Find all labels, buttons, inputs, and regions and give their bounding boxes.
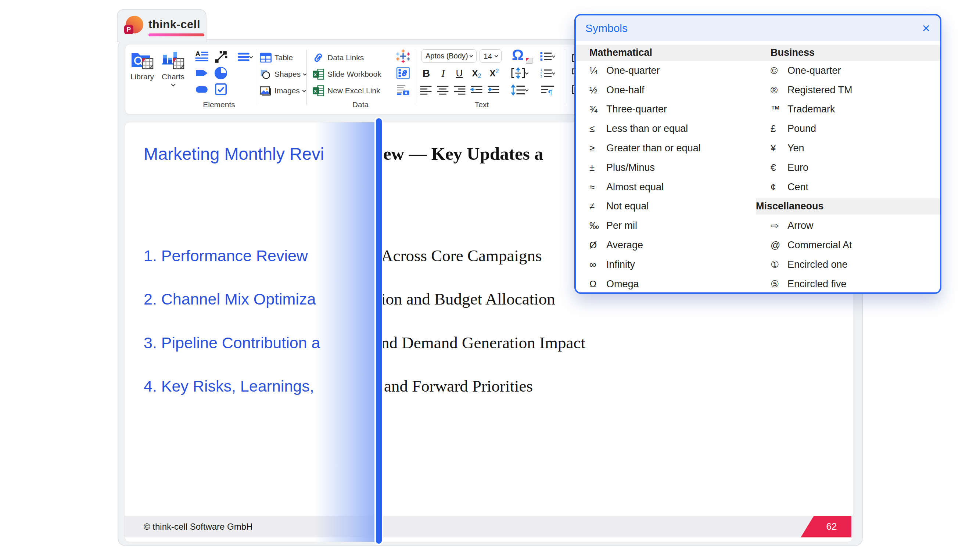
chevron-down-icon: [249, 55, 253, 59]
charts-button[interactable]: Charts: [159, 49, 187, 88]
business-header: Business: [770, 47, 815, 59]
align-right-button[interactable]: [452, 83, 467, 97]
thinkcell-tab[interactable]: P think-cell: [117, 9, 207, 42]
symbol-glyph: Ø: [589, 240, 606, 251]
group-separator: [415, 49, 415, 105]
superscript-digit: 2: [496, 68, 499, 75]
symbol-row-three-quarter[interactable]: ¾Three-quarter: [589, 100, 755, 119]
data-links-button[interactable]: Data Links: [312, 50, 364, 65]
link-list-button[interactable]: [396, 66, 410, 81]
column-headers-band: Mathematical Business: [576, 45, 940, 61]
symbols-dialog-header: Symbols ✕: [576, 16, 940, 41]
connector-button[interactable]: [213, 49, 228, 64]
symbol-label: Greater than or equal: [606, 143, 701, 154]
bold-button[interactable]: B: [419, 67, 433, 80]
symbol-row-commercial-at[interactable]: @Commercial At: [756, 235, 940, 255]
library-button[interactable]: Library: [128, 49, 156, 81]
symbol-row-one-quarter[interactable]: ¼One-quarter: [589, 61, 755, 81]
powerpoint-logo-icon: P: [126, 16, 143, 33]
symbol-glyph: ½: [589, 84, 606, 96]
symbol-glyph: ±: [589, 162, 606, 173]
symbol-row-encircled-one[interactable]: ①Encircled one: [756, 255, 940, 275]
shapes-button[interactable]: Shapes: [260, 67, 306, 81]
increase-indent-button[interactable]: [486, 83, 501, 97]
symbol-row-yen[interactable]: ¥Yen: [756, 138, 940, 158]
symbol-row-average[interactable]: ØAverage: [589, 235, 755, 255]
close-icon[interactable]: ✕: [922, 22, 931, 35]
symbol-label: Per mil: [606, 220, 637, 232]
agenda-item-2-left: 2. Channel Mix Optimiza: [135, 287, 379, 311]
agenda-item-1-left: 1. Performance Review: [135, 243, 379, 268]
superscript-base: X: [490, 68, 496, 79]
symbol-row-arrow[interactable]: ⇨Arrow: [756, 216, 940, 235]
superscript-button[interactable]: X2: [486, 67, 502, 80]
tableau-button[interactable]: [396, 49, 410, 64]
group-separator: [565, 49, 565, 105]
symbol-glyph: ‰: [589, 220, 606, 232]
agenda-item-3-right: nd Demand Generation Impact: [381, 330, 585, 355]
symbol-row-per-mil[interactable]: ‰Per mil: [589, 216, 755, 235]
symbols-button[interactable]: Ω: [512, 48, 532, 64]
symbol-label: Euro: [788, 162, 808, 173]
slide-title-right: ew — Key Updates a: [383, 138, 544, 169]
symbol-row-infinity[interactable]: ∞Infinity: [589, 255, 755, 275]
autofit-button[interactable]: [508, 66, 531, 81]
symbol-label: Arrow: [788, 220, 813, 232]
text-box-button[interactable]: A: [194, 49, 209, 64]
text-link-button[interactable]: A: [396, 83, 410, 97]
line-spacing-icon: [511, 84, 525, 95]
rounded-rect-icon: [195, 82, 209, 96]
symbol-row-almost-equal[interactable]: ≈Almost equal: [589, 178, 755, 197]
pie-chart-button[interactable]: [213, 66, 228, 81]
symbol-row-pound[interactable]: £Pound: [756, 119, 940, 138]
symbol-row-greater-equal[interactable]: ≥Greater than or equal: [589, 138, 755, 158]
more-elements-button[interactable]: [234, 49, 255, 64]
svg-text:¶: ¶: [548, 89, 552, 95]
symbol-glyph: ⇨: [770, 220, 788, 232]
symbol-row-plus-minus[interactable]: ±Plus/Minus: [589, 158, 755, 178]
symbol-row-not-equal[interactable]: ≠Not equal: [589, 197, 755, 216]
align-left-button[interactable]: [418, 83, 433, 97]
line-spacing-button[interactable]: [508, 83, 531, 97]
new-excel-link-button[interactable]: x New Excel Link: [312, 83, 380, 98]
subscript-base: X: [472, 68, 478, 79]
paragraph-marks-button[interactable]: ¶: [538, 83, 557, 97]
decrease-indent-icon: [470, 85, 483, 95]
align-center-button[interactable]: [436, 83, 450, 97]
images-button[interactable]: Images: [260, 83, 305, 98]
symbol-row-registered[interactable]: ®Registered TM: [756, 81, 940, 100]
svg-text:x: x: [314, 88, 317, 94]
symbol-row-less-equal[interactable]: ≤Less than or equal: [589, 119, 755, 138]
rounded-rect-button[interactable]: [194, 82, 209, 97]
symbol-glyph: ™: [770, 103, 788, 115]
omega-symbols-icon: Ω: [512, 47, 523, 63]
link-list-icon: [396, 67, 410, 79]
compare-slider-handle[interactable]: [374, 117, 383, 545]
footer-copyright: © think-cell Software GmbH: [144, 522, 253, 532]
italic-button[interactable]: I: [436, 67, 450, 80]
symbol-label: Trademark: [788, 103, 835, 115]
pentagon-shape-button[interactable]: [194, 66, 209, 81]
svg-text:A: A: [196, 50, 200, 58]
symbol-row-euro[interactable]: €Euro: [756, 158, 940, 178]
underline-button[interactable]: U: [452, 67, 466, 80]
symbol-row-trademark[interactable]: ™Trademark: [756, 100, 940, 119]
symbol-row-one-half[interactable]: ½One-half: [589, 81, 755, 100]
symbol-row-cent[interactable]: ¢Cent: [756, 178, 940, 197]
numbered-list-button[interactable]: 1 2 3: [536, 66, 558, 81]
miscellaneous-header-band: Miscellaneous: [756, 198, 940, 214]
font-name-select[interactable]: Aptos (Body): [422, 49, 477, 63]
bullet-list-button[interactable]: [536, 49, 558, 64]
subscript-button[interactable]: X2: [468, 67, 485, 80]
checkbox-button[interactable]: [213, 82, 228, 97]
slide-workbook-button[interactable]: x Slide Workbook: [312, 67, 382, 81]
decrease-indent-button[interactable]: [469, 83, 484, 97]
dialog-title: Symbols: [585, 22, 628, 35]
symbol-row-copyright[interactable]: ©One-quarter: [756, 61, 940, 81]
table-button[interactable]: Table: [260, 50, 293, 65]
symbol-row-encircled-five[interactable]: ⑤Encircled five: [756, 275, 940, 294]
elements-group-label: Elements: [191, 100, 247, 109]
font-size-select[interactable]: 14: [479, 49, 501, 63]
symbol-row-omega[interactable]: ΩOmega: [589, 275, 755, 294]
symbol-glyph: ¼: [589, 65, 606, 76]
